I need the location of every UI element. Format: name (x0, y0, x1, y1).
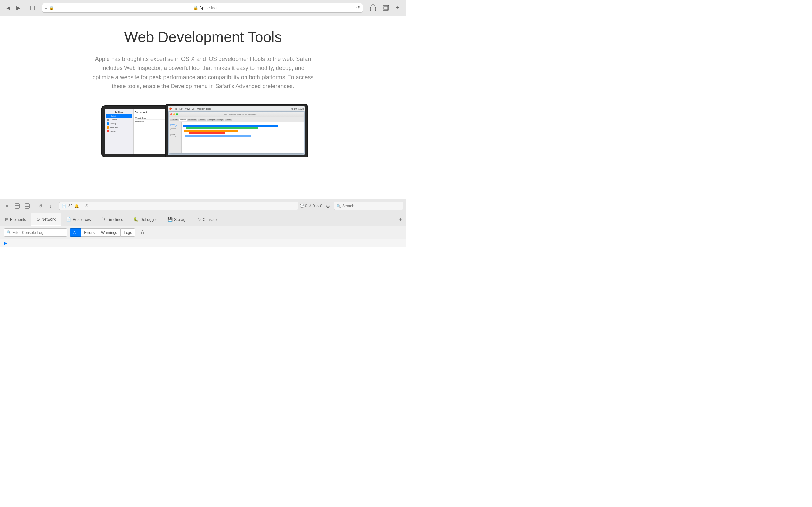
page-title: Web Development Tools (124, 29, 282, 46)
filter-search-icon: 🔍 (7, 230, 11, 234)
mac-mockup: 🍎FileEditViewGoWindowHelp Mon 9:41 AM We… (165, 104, 308, 158)
filter-errors-button[interactable]: Errors (81, 228, 98, 237)
add-tab-button[interactable]: + (395, 213, 406, 226)
storage-icon: 💾 (167, 217, 172, 222)
ipad-sounds-item: Sounds (105, 129, 133, 133)
elements-label: Elements (10, 217, 26, 222)
main-content: Web Development Tools Apple has brought … (0, 16, 406, 199)
toolbar-divider-2 (57, 202, 57, 210)
warning-count: 0 (320, 204, 322, 208)
network-label: Network (42, 217, 55, 222)
ipad-general-item: General (105, 118, 133, 122)
inspector-detach-button[interactable] (13, 202, 21, 210)
ipad-safari-item: Safari (106, 114, 132, 118)
svg-rect-5 (15, 204, 19, 208)
tab-debugger[interactable]: 🐛 Debugger (129, 213, 162, 226)
debugger-icon: 🐛 (134, 217, 139, 222)
error-badge: ⚠ 0 (309, 204, 315, 208)
mac-titlebar: Web Inspector — developer.apple.com (169, 112, 304, 117)
mac-sidebar: Timeline Recording 3 Rendering Frames Ne… (169, 122, 182, 153)
console-label: Console (203, 217, 217, 222)
address-bar[interactable]: ≡ 🔒 🔒 Apple Inc. ↺ (42, 3, 363, 13)
resources-icon: 📄 (66, 217, 71, 222)
share-button[interactable] (368, 3, 378, 12)
ipad-wallpaper-item: Wallpaper (105, 125, 133, 129)
page-icon: 📄 (62, 204, 66, 208)
mac-tab-storage: Storage (216, 118, 224, 121)
tab-network[interactable]: ⊙ Network (32, 213, 61, 226)
ipad-website-data-row: Website Data (135, 116, 170, 120)
ipad-screen: Settings Safari General Display (105, 109, 171, 154)
mac-content: Timeline Recording 3 Rendering Frames Ne… (169, 122, 304, 153)
elements-icon: ⊞ (5, 217, 9, 222)
browser-chrome: ◀ ▶ ≡ 🔒 🔒 Apple Inc. ↺ + (0, 0, 406, 16)
mac-tab-timelines: Timelines (198, 118, 206, 121)
inspector-tabs: ⊞ Elements ⊙ Network 📄 Resources ⏱ Timel… (0, 213, 406, 226)
address-text: 🔒 Apple Inc. (55, 5, 356, 10)
inspector-close-button[interactable]: ✕ (3, 202, 11, 210)
separator-2: ⏱— (85, 204, 92, 208)
storage-label: Storage (174, 217, 188, 222)
resources-label: Resources (72, 217, 91, 222)
tab-timelines[interactable]: ⏱ Timelines (96, 213, 129, 226)
status-arrow: ▶ (4, 240, 7, 245)
warning-badge: ⚠ 0 (316, 204, 322, 208)
ipad-display-item: Display (105, 122, 133, 125)
mac-screen: 🍎FileEditViewGoWindowHelp Mon 9:41 AM We… (168, 107, 305, 155)
sidebar-toggle-button[interactable] (27, 3, 37, 12)
nav-buttons: ◀ ▶ (4, 3, 23, 12)
target-button[interactable]: ⊕ (323, 202, 333, 210)
clear-console-button[interactable]: 🗑 (138, 228, 147, 237)
filter-warnings-button[interactable]: Warnings (98, 228, 120, 237)
mac-menubar: 🍎FileEditViewGoWindowHelp Mon 9:41 AM (168, 107, 305, 111)
toolbar-divider-1 (34, 202, 34, 210)
ipad-mockup: Settings Safari General Display (101, 105, 174, 158)
search-icon: 🔍 (337, 204, 341, 208)
filter-console-input[interactable] (12, 230, 64, 235)
network-icon: ⊙ (37, 217, 40, 222)
mac-window: Web Inspector — developer.apple.com Elem… (169, 112, 304, 153)
secure-icon: 🔒 (49, 6, 54, 10)
debugger-label: Debugger (140, 217, 157, 222)
ipad-nav: Settings Safari General Display (105, 109, 134, 154)
tab-console[interactable]: ▷ Console (193, 213, 222, 226)
error-icon: ⚠ (309, 204, 312, 208)
inspector-reload-button[interactable]: ↺ (36, 202, 45, 210)
mac-tab-resources: Resources (188, 118, 197, 121)
inspector-toolbar: ✕ ↺ ↓ 📄 32 🔔— ⏱— 💬 0 ⚠ 0 ⚠ 0 ⊕ 🔍 (0, 199, 406, 213)
separator-1: 🔔— (74, 204, 83, 208)
mac-tab-elements: Elements (170, 118, 179, 121)
mac-inspector-toolbar: Elements Network Resources Timelines Deb… (169, 117, 304, 122)
filter-all-button[interactable]: All (70, 228, 81, 237)
tab-overview-button[interactable] (380, 3, 391, 12)
message-badge: 💬 0 (300, 204, 307, 208)
forward-button[interactable]: ▶ (14, 3, 23, 12)
ipad-settings-title: Settings (105, 110, 133, 114)
address-lines-icon: ≡ (45, 5, 47, 10)
timelines-label: Timelines (107, 217, 123, 222)
inspector-dock-button[interactable] (23, 202, 32, 210)
search-area[interactable]: 🔍 (334, 202, 403, 210)
search-input[interactable] (342, 204, 401, 208)
mac-ui: 🍎FileEditViewGoWindowHelp Mon 9:41 AM We… (168, 107, 305, 155)
warning-icon: ⚠ (316, 204, 319, 208)
status-bar: ▶ (0, 239, 406, 246)
filter-input-wrap[interactable]: 🔍 (4, 228, 67, 237)
browser-actions: + (368, 3, 402, 12)
svg-rect-4 (384, 6, 388, 9)
inspector-download-button[interactable]: ↓ (46, 202, 55, 210)
svg-rect-7 (25, 204, 30, 208)
mac-tab-debugger: Debugger (207, 118, 216, 121)
svg-rect-0 (29, 6, 35, 10)
url-area: 📄 32 🔔— ⏱— (59, 202, 299, 210)
tab-storage[interactable]: 💾 Storage (162, 213, 193, 226)
console-icon: ▷ (198, 217, 201, 222)
filter-logs-button[interactable]: Logs (120, 228, 136, 237)
reload-button[interactable]: ↺ (356, 5, 360, 11)
error-count: 0 (313, 204, 315, 208)
new-tab-button[interactable]: + (393, 3, 402, 12)
tab-resources[interactable]: 📄 Resources (61, 213, 96, 226)
back-button[interactable]: ◀ (4, 3, 13, 12)
tab-elements[interactable]: ⊞ Elements (0, 213, 32, 226)
screenshot-area: Settings Safari General Display (92, 101, 314, 158)
